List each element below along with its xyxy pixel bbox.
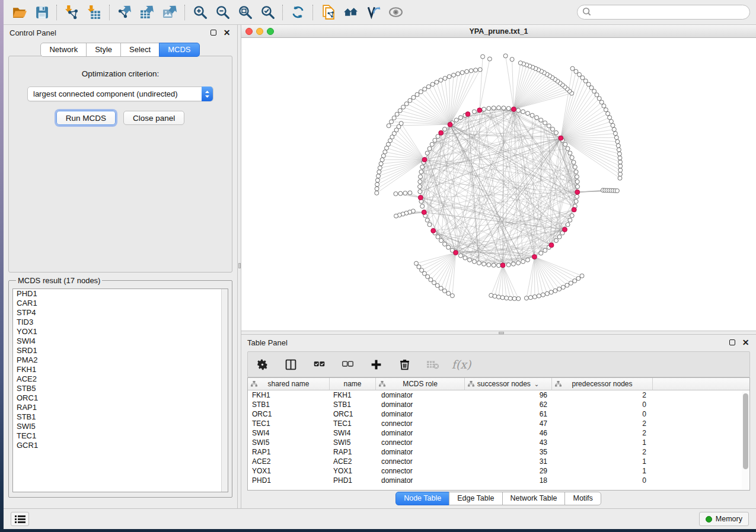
column-header-name[interactable]: name <box>330 378 376 390</box>
search-input[interactable] <box>577 5 750 20</box>
zoom-selected-icon[interactable] <box>258 4 277 21</box>
settings-icon[interactable] <box>255 357 269 371</box>
mcds-result-node[interactable]: ACE2 <box>13 374 228 384</box>
run-mcds-button[interactable]: Run MCDS <box>56 111 116 125</box>
cell-MCDS-role[interactable]: dominator <box>376 476 465 485</box>
mcds-result-node[interactable]: PMA2 <box>13 355 228 365</box>
cell-successor-nodes[interactable]: 18 <box>465 476 552 485</box>
import-network-icon[interactable] <box>62 4 81 21</box>
cell-name[interactable]: RAP1 <box>330 448 376 456</box>
cell-MCDS-role[interactable]: connector <box>376 438 465 447</box>
mcds-result-node[interactable]: STB1 <box>13 412 228 422</box>
unselect-all-checks-icon[interactable] <box>340 357 355 371</box>
cell-shared-name[interactable]: STB1 <box>248 400 330 409</box>
cell-MCDS-role[interactable]: dominator <box>376 448 465 456</box>
tab-node-table[interactable]: Node Table <box>395 492 449 505</box>
vertical-splitter[interactable] <box>237 25 241 508</box>
cell-MCDS-role[interactable]: dominator <box>376 429 465 437</box>
mcds-result-node[interactable]: STB5 <box>13 384 228 393</box>
cell-successor-nodes[interactable]: 96 <box>465 391 552 399</box>
tab-motifs[interactable]: Motifs <box>564 492 601 505</box>
float-panel-icon[interactable] <box>209 28 218 37</box>
export-image-icon[interactable] <box>160 4 179 21</box>
delete-column-icon[interactable] <box>397 357 412 371</box>
cell-shared-name[interactable]: ACE2 <box>248 457 330 466</box>
tab-select[interactable]: Select <box>120 43 160 57</box>
tab-mcds[interactable]: MCDS <box>159 43 199 57</box>
export-table-icon[interactable] <box>138 4 157 21</box>
mcds-result-node[interactable]: PHD1 <box>13 289 228 299</box>
cell-successor-nodes[interactable]: 46 <box>465 429 552 437</box>
table-row[interactable]: FKH1FKH1dominator962 <box>248 390 749 400</box>
horizontal-splitter[interactable] <box>241 331 756 335</box>
cell-name[interactable]: SWI5 <box>330 438 376 447</box>
table-row[interactable]: ACE2ACE2connector311 <box>248 457 749 466</box>
zoom-out-icon[interactable] <box>213 4 232 21</box>
table-row[interactable]: RAP1RAP1dominator352 <box>248 447 749 457</box>
close-panel-icon[interactable]: ✕ <box>741 338 750 347</box>
cell-predecessor-nodes[interactable]: 2 <box>552 391 653 399</box>
first-neighbors-icon[interactable] <box>341 4 360 21</box>
memory-button[interactable]: Memory <box>699 512 749 526</box>
cell-name[interactable]: TEC1 <box>330 419 376 428</box>
save-session-icon[interactable] <box>32 4 51 21</box>
cell-shared-name[interactable]: TEC1 <box>248 419 330 428</box>
cell-name[interactable]: ACE2 <box>330 457 376 466</box>
column-header-shared-name[interactable]: shared name <box>248 378 330 390</box>
window-close-icon[interactable] <box>245 28 253 35</box>
split-columns-icon[interactable] <box>283 357 298 371</box>
cell-successor-nodes[interactable]: 31 <box>465 457 552 466</box>
table-row[interactable]: ORC1ORC1dominator610 <box>248 409 749 419</box>
cell-predecessor-nodes[interactable]: 2 <box>552 419 653 428</box>
cell-name[interactable]: SWI4 <box>330 429 376 437</box>
mcds-result-node[interactable]: GCR1 <box>13 441 228 450</box>
mcds-result-node[interactable]: SRD1 <box>13 346 228 355</box>
cell-predecessor-nodes[interactable]: 1 <box>552 457 653 466</box>
cell-successor-nodes[interactable]: 61 <box>465 410 552 418</box>
cell-name[interactable]: PHD1 <box>330 476 376 485</box>
export-network-icon[interactable] <box>115 4 134 21</box>
cell-shared-name[interactable]: ORC1 <box>248 410 330 418</box>
cell-MCDS-role[interactable]: connector <box>376 457 465 466</box>
graphics-details-icon[interactable] <box>363 4 382 21</box>
mcds-result-node[interactable]: STP4 <box>13 308 228 318</box>
open-file-icon[interactable] <box>9 4 28 21</box>
table-row[interactable]: TEC1TEC1connector472 <box>248 419 749 428</box>
cell-predecessor-nodes[interactable]: 0 <box>552 410 653 418</box>
cell-shared-name[interactable]: SWI5 <box>248 438 330 447</box>
cell-shared-name[interactable]: SWI4 <box>248 429 330 437</box>
splitter-grip[interactable] <box>238 263 241 268</box>
mcds-result-node[interactable]: YOX1 <box>13 327 228 336</box>
cell-predecessor-nodes[interactable]: 1 <box>552 438 653 447</box>
cell-MCDS-role[interactable]: dominator <box>376 410 465 418</box>
mcds-result-node[interactable]: SWI5 <box>13 422 228 431</box>
cell-successor-nodes[interactable]: 29 <box>465 467 552 475</box>
cell-predecessor-nodes[interactable]: 0 <box>552 400 653 409</box>
close-panel-button[interactable]: Close panel <box>123 111 184 125</box>
tab-style[interactable]: Style <box>86 43 121 57</box>
splitter-grip[interactable] <box>499 332 504 334</box>
import-table-icon[interactable] <box>85 4 104 21</box>
table-row[interactable]: SWI5SWI5connector431 <box>248 438 749 447</box>
window-minimize-icon[interactable] <box>256 28 263 35</box>
mcds-result-node[interactable]: FKH1 <box>13 365 228 374</box>
mcds-result-node[interactable]: TID3 <box>13 318 228 327</box>
cell-MCDS-role[interactable]: connector <box>376 467 465 475</box>
zoom-in-icon[interactable] <box>190 4 209 21</box>
mcds-result-node[interactable]: ORC1 <box>13 393 228 403</box>
column-header-successor-nodes[interactable]: successor nodes⌄ <box>465 378 552 390</box>
zoom-fit-icon[interactable] <box>235 4 254 21</box>
cell-successor-nodes[interactable]: 47 <box>465 419 552 428</box>
column-header-predecessor-nodes[interactable]: predecessor nodes <box>552 378 653 390</box>
cell-successor-nodes[interactable]: 43 <box>465 438 552 447</box>
select-all-checks-icon[interactable] <box>312 357 326 371</box>
table-scrollbar[interactable] <box>742 391 749 489</box>
cell-predecessor-nodes[interactable]: 1 <box>552 467 653 475</box>
optimization-criterion-select[interactable]: largest connected component (undirected) <box>27 86 213 101</box>
mcds-result-node[interactable]: RAP1 <box>13 403 228 412</box>
table-row[interactable]: STB1STB1dominator620 <box>248 400 749 409</box>
cell-shared-name[interactable]: PHD1 <box>248 476 330 485</box>
table-scrollbar-thumb[interactable] <box>743 393 748 469</box>
cell-name[interactable]: YOX1 <box>330 467 376 475</box>
table-row[interactable]: YOX1YOX1connector291 <box>248 466 749 476</box>
